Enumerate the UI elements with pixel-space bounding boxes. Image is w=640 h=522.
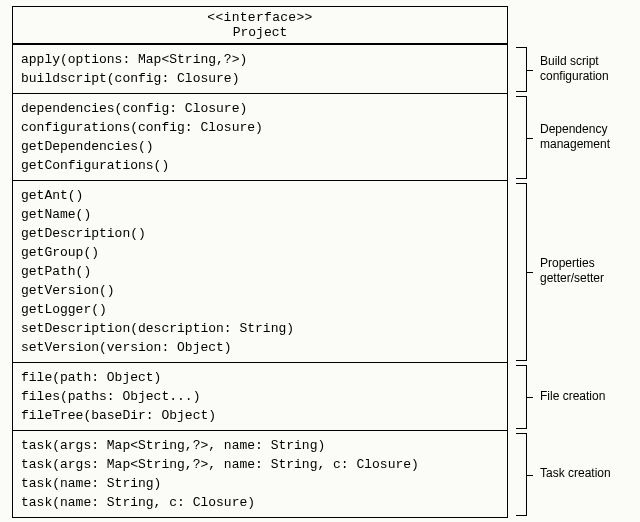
method-entry: getDependencies()	[21, 137, 499, 156]
method-entry: getVersion()	[21, 281, 499, 300]
method-entry: task(args: Map<String,?>, name: String)	[21, 436, 499, 455]
bracket-icon	[516, 365, 527, 429]
method-entry: task(name: String)	[21, 474, 499, 493]
section-label: File creation	[540, 389, 605, 404]
method-entry: apply(options: Map<String,?>)	[21, 50, 499, 69]
section-file-creation: file(path: Object) files(paths: Object..…	[13, 362, 507, 430]
method-entry: getAnt()	[21, 186, 499, 205]
method-entry: setDescription(description: String)	[21, 319, 499, 338]
method-entry: file(path: Object)	[21, 368, 499, 387]
method-entry: getLogger()	[21, 300, 499, 319]
section-dependency: dependencies(config: Closure) configurat…	[13, 93, 507, 180]
section-properties: getAnt() getName() getDescription() getG…	[13, 180, 507, 362]
method-entry: getConfigurations()	[21, 156, 499, 175]
section-label: Propertiesgetter/setter	[540, 256, 604, 286]
bracket-icon	[516, 47, 527, 92]
method-entry: setVersion(version: Object)	[21, 338, 499, 357]
section-build-script: apply(options: Map<String,?>) buildscrip…	[13, 44, 507, 93]
uml-title: <<interface>> Project	[13, 7, 507, 44]
method-entry: getPath()	[21, 262, 499, 281]
method-entry: getName()	[21, 205, 499, 224]
method-entry: getDescription()	[21, 224, 499, 243]
bracket-icon	[516, 183, 527, 361]
uml-interface-box: <<interface>> Project apply(options: Map…	[12, 6, 508, 518]
section-label: Task creation	[540, 466, 611, 481]
method-entry: fileTree(baseDir: Object)	[21, 406, 499, 425]
bracket-icon	[516, 96, 527, 179]
method-entry: task(args: Map<String,?>, name: String, …	[21, 455, 499, 474]
method-entry: dependencies(config: Closure)	[21, 99, 499, 118]
method-entry: task(name: String, c: Closure)	[21, 493, 499, 512]
method-entry: buildscript(config: Closure)	[21, 69, 499, 88]
method-entry: configurations(config: Closure)	[21, 118, 499, 137]
section-task-creation: task(args: Map<String,?>, name: String) …	[13, 430, 507, 517]
section-label: Build scriptconfiguration	[540, 54, 609, 84]
method-entry: files(paths: Object...)	[21, 387, 499, 406]
interface-name: Project	[13, 25, 507, 40]
method-entry: getGroup()	[21, 243, 499, 262]
section-label: Dependencymanagement	[540, 122, 610, 152]
bracket-icon	[516, 433, 527, 516]
stereotype-label: <<interface>>	[13, 10, 507, 25]
